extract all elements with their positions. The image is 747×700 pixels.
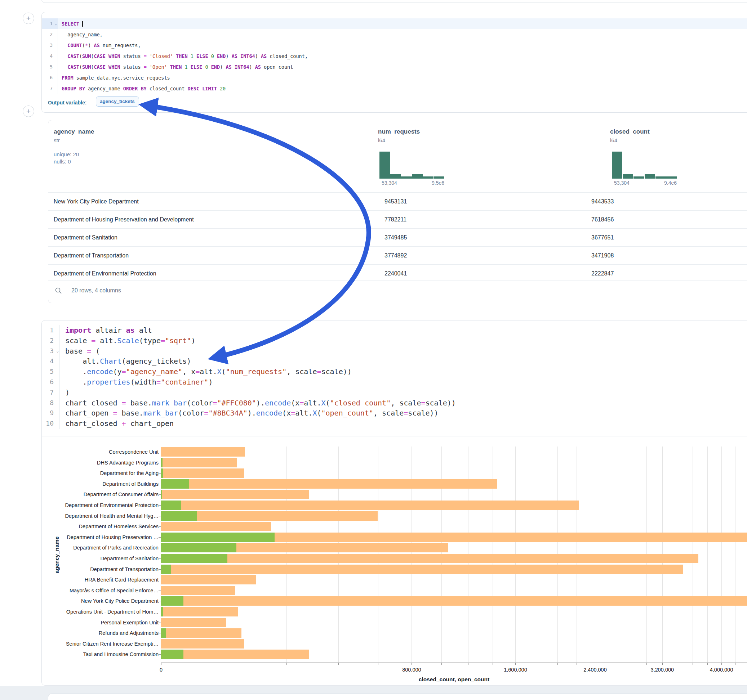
x-axis-tick [576,663,577,665]
y-axis-label: Personal Exemption Unit [0,620,159,626]
y-axis-tick [159,494,161,495]
y-axis-tick [159,601,161,601]
y-axis-label: Department of Consumer Affairs [0,492,159,497]
x-axis-tick [411,663,412,665]
y-axis-label: New York City Police Department [0,599,159,604]
bar-closed [161,596,747,606]
y-axis-label: Operations Unit - Department of Hom… [0,609,159,615]
bar-closed [161,468,244,478]
y-axis-label: Department of Transportation [0,567,159,572]
y-axis-label: Department of Buildings [0,481,159,487]
y-axis-tick [159,484,161,484]
x-axis-tick [338,663,339,665]
x-axis-tick-label: 1,600,000 [490,667,540,673]
y-axis-tick [159,537,161,538]
next-cell-edge [48,694,747,700]
y-axis-label: Department for the Aging [0,471,159,476]
x-axis-tick [646,663,647,665]
x-axis-tick [515,663,516,665]
bar-closed [161,628,242,638]
bar-open [161,458,163,468]
x-axis-tick [493,663,493,665]
x-axis-tick [442,663,442,665]
bar-closed [161,618,226,627]
y-axis-label: HRA Benefit Card Replacement [0,577,159,582]
y-axis-label: Mayorâ€ s Office of Special Enforce… [0,588,159,593]
y-axis-tick [159,633,161,634]
bar-open [161,511,197,520]
x-axis-tick [286,663,287,665]
bar-closed [161,447,245,457]
x-axis-tick-label: 3,200,000 [637,667,688,673]
y-axis-tick [159,452,161,452]
bar-open [161,468,163,478]
y-axis-tick [159,654,161,655]
y-axis-label: Taxi and Limousine Commission [0,652,159,657]
bar-open [161,501,181,510]
y-axis-tick [159,580,161,580]
x-axis-tick [721,663,722,665]
bar-closed [161,639,244,649]
y-axis-label: Correspondence Unit [0,450,159,455]
bar-closed [161,554,699,563]
y-axis-label: Refunds and Adjustments [0,631,159,636]
bar-open [161,596,183,606]
y-axis-tick [159,612,161,612]
y-axis-tick [159,505,161,505]
bar-open [161,543,236,552]
y-axis-label: DHS Advantage Programs [0,460,159,466]
y-axis-tick [159,548,161,548]
bar-closed [161,522,271,531]
x-axis-tick [678,663,678,665]
x-axis-tick-label: 2,400,000 [570,667,620,673]
y-axis-tick [159,569,161,570]
x-axis-tick [558,663,558,665]
y-axis-label: Department of Parks and Recreation [0,545,159,551]
bar-open [161,533,275,542]
x-axis-tick [595,663,595,665]
y-axis-tick [159,516,161,516]
bar-closed [161,607,238,617]
gridline [735,447,735,662]
x-axis-tick-label: 4,000,000 [696,667,747,673]
x-axis-tick [613,663,613,665]
bar-open [161,564,171,574]
y-axis-tick [159,473,161,474]
x-axis-tick [161,663,162,665]
x-axis-tick [630,663,630,665]
bar-closed [161,458,237,468]
bar-open [161,607,163,617]
x-axis-tick [662,663,663,665]
bar-closed [161,490,309,499]
y-axis-tick [159,527,161,527]
y-axis-label: Department of Homeless Services [0,524,159,530]
gridline [721,447,722,662]
bar-open [161,650,183,659]
bar-closed [161,564,683,574]
y-axis-label: Department of Health and Mental Hyg… [0,513,159,519]
x-axis-tick [378,663,378,665]
y-axis-label: Department of Sanitation [0,556,159,561]
x-axis-tick-label: 800,000 [386,667,437,673]
x-axis-tick [693,663,693,665]
y-axis-tick [159,623,161,623]
x-axis-title: closed_count, open_count [400,676,508,683]
y-axis-tick [159,558,161,559]
bar-closed [161,501,579,510]
x-axis-tick [537,663,537,665]
bar-open [161,628,166,638]
bar-open [161,490,162,499]
x-axis-tick-label: 0 [136,667,186,673]
y-axis-label: Department of Housing Preservation … [0,535,159,540]
bar-closed [161,479,497,489]
bar-closed [161,586,235,595]
x-axis-tick [735,663,735,665]
y-axis-tick [159,463,161,463]
y-axis-label: Department of Environmental Protection [0,503,159,508]
x-axis-tick [468,663,469,665]
y-axis-label: Senior Citizen Rent Increase Exempti… [0,641,159,647]
bar-chart: closed_count, open_count agency_name Cor… [0,0,747,700]
bar-closed [161,650,309,659]
y-axis-tick [159,644,161,644]
bar-closed [161,575,256,584]
